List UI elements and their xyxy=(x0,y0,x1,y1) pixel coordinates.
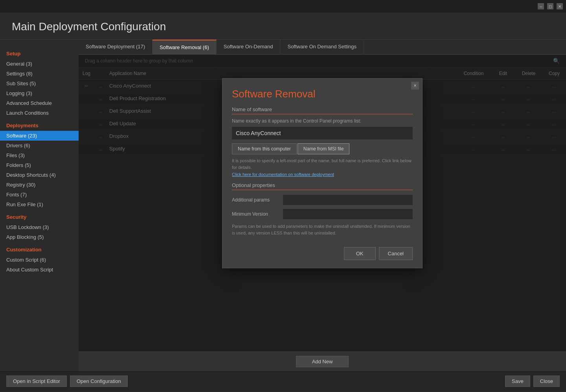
tabs-bar: Software Deployment (17) Software Remova… xyxy=(79,40,566,55)
sidebar-item-drivers[interactable]: Drivers (6) xyxy=(0,141,79,150)
tab-software-deployment[interactable]: Software Deployment (17) xyxy=(79,40,153,54)
minimum-version-label: Minimum Version xyxy=(232,211,283,217)
sidebar-item-usb-lockdown[interactable]: USB Lockdown (3) xyxy=(0,222,79,232)
sidebar-item-logging[interactable]: Logging (3) xyxy=(0,88,79,98)
minimize-button[interactable]: – xyxy=(538,3,544,9)
sidebar-item-folders[interactable]: Folders (5) xyxy=(0,160,79,170)
additional-params-label: Additional params xyxy=(232,197,283,203)
footer-right-buttons: Save Close xyxy=(505,376,560,387)
additional-params-input[interactable] xyxy=(283,195,413,205)
sidebar-item-software[interactable]: Software (23) xyxy=(0,131,79,141)
modal-section-name-label: Name of software xyxy=(232,106,413,114)
titlebar: – ◻ ✕ xyxy=(0,0,566,13)
modal-footer: OK Cancel xyxy=(222,242,422,268)
optional-section-label: Optional properties xyxy=(232,182,413,190)
sidebar-item-run-exe[interactable]: Run Exe File (1) xyxy=(0,200,79,209)
sidebar-item-fonts[interactable]: Fonts (7) xyxy=(0,190,79,200)
params-note: Params can be used to add parameters to … xyxy=(222,223,422,236)
modal-title: Software Removal xyxy=(222,79,422,106)
minimum-version-input[interactable] xyxy=(283,209,413,219)
add-new-button[interactable]: Add New xyxy=(296,356,349,367)
minimum-version-row: Minimum Version xyxy=(232,209,413,219)
sidebar: Setup General (3) Settings (8) Sub Sites… xyxy=(0,40,79,371)
modal-name-desc: Name exactly as it appears in the Contro… xyxy=(232,118,413,124)
close-button[interactable]: Close xyxy=(533,376,560,387)
cancel-button[interactable]: Cancel xyxy=(379,247,413,260)
sidebar-item-about-custom-script[interactable]: About Custom Script xyxy=(0,265,79,275)
sidebar-item-custom-script[interactable]: Custom Script (6) xyxy=(0,255,79,265)
additional-params-row: Additional params xyxy=(232,195,413,205)
software-name-input[interactable] xyxy=(232,127,413,139)
sidebar-item-settings[interactable]: Settings (8) xyxy=(0,69,79,79)
sidebar-item-launch-conditions[interactable]: Launch Conditions xyxy=(0,108,79,118)
page-title: Main Deployment Configuration xyxy=(12,20,554,33)
sidebar-item-desktop-shortcuts[interactable]: Desktop Shortcuts (4) xyxy=(0,170,79,180)
open-script-editor-button[interactable]: Open in Script Editor xyxy=(6,376,67,387)
modal-close-button[interactable]: × xyxy=(411,82,419,90)
open-configuration-button[interactable]: Open Configuration xyxy=(70,376,128,387)
sidebar-item-app-blocking[interactable]: App Blocking (5) xyxy=(0,232,79,242)
titlebar-controls: – ◻ ✕ xyxy=(538,3,563,9)
tab-software-on-demand-settings[interactable]: Software On Demand Settings xyxy=(280,40,364,54)
tab-software-on-demand[interactable]: Software On-Demand xyxy=(217,40,281,54)
tab-software-removal[interactable]: Software Removal (6) xyxy=(153,40,217,54)
ok-button[interactable]: OK xyxy=(344,247,376,260)
footer-bar: Open in Script Editor Open Configuration… xyxy=(0,371,566,391)
optional-properties-section: Optional properties Additional params Mi… xyxy=(222,182,422,219)
footer-left-buttons: Open in Script Editor Open Configuration xyxy=(6,376,128,387)
table-area: Drag a column header here to group by th… xyxy=(79,55,566,352)
name-from-msi-button[interactable]: Name from MSI file xyxy=(298,143,350,154)
modal-note-text: It is possible to specify a left-most pa… xyxy=(232,158,413,170)
sidebar-section-setup: Setup xyxy=(0,46,79,59)
sidebar-item-registry[interactable]: Registry (30) xyxy=(0,180,79,190)
modal-name-section: Name of software Name exactly as it appe… xyxy=(222,106,422,177)
modal-name-buttons: Name from this computer Name from MSI fi… xyxy=(232,143,413,154)
sidebar-section-security: Security xyxy=(0,209,79,222)
software-removal-modal: × Software Removal Name of software Name… xyxy=(222,78,423,268)
sidebar-item-general[interactable]: General (3) xyxy=(0,59,79,69)
main-layout: Setup General (3) Settings (8) Sub Sites… xyxy=(0,40,566,371)
sidebar-section-deployments: Deployments xyxy=(0,118,79,131)
sidebar-item-sub-sites[interactable]: Sub Sites (5) xyxy=(0,79,79,88)
sidebar-item-files[interactable]: Files (3) xyxy=(0,150,79,160)
name-from-computer-button[interactable]: Name from this computer xyxy=(232,143,297,154)
sidebar-section-customization: Customization xyxy=(0,242,79,255)
modal-doc-link[interactable]: Click here for documentation on software… xyxy=(232,172,413,177)
app-header: Main Deployment Configuration xyxy=(0,13,566,40)
add-new-bar: Add New xyxy=(79,352,566,371)
sidebar-item-advanced-schedule[interactable]: Advanced Schedule xyxy=(0,98,79,108)
save-button[interactable]: Save xyxy=(505,376,530,387)
restore-button[interactable]: ◻ xyxy=(547,3,553,9)
close-button[interactable]: ✕ xyxy=(557,3,563,9)
content-area: Software Deployment (17) Software Remova… xyxy=(79,40,566,371)
modal-overlay: × Software Removal Name of software Name… xyxy=(79,55,566,352)
